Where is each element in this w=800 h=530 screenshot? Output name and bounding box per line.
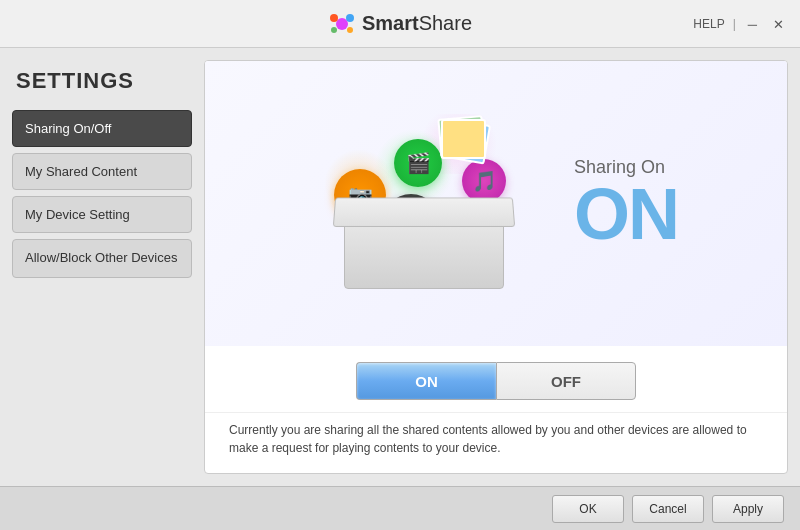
video-icon: 🎬 xyxy=(394,139,442,187)
content-panel: 📷 🎞 🎬 🎵 Sharing On ON xyxy=(204,60,788,474)
sidebar-item-sharing-onoff[interactable]: Sharing On/Off xyxy=(12,110,192,147)
sidebar-item-shared-content[interactable]: My Shared Content xyxy=(12,153,192,190)
sidebar-item-allow-block[interactable]: Allow/Block Other Devices xyxy=(12,239,192,278)
illustration: 📷 🎞 🎬 🎵 xyxy=(314,109,554,299)
sidebar-item-device-setting[interactable]: My Device Setting xyxy=(12,196,192,233)
smartshare-logo-icon xyxy=(328,10,356,38)
minimize-button[interactable]: ─ xyxy=(744,15,761,32)
svg-point-0 xyxy=(336,18,348,30)
title-bar: SmartShare HELP | ─ ✕ xyxy=(0,0,800,48)
help-link[interactable]: HELP xyxy=(693,17,724,31)
sharing-status: Sharing On ON xyxy=(574,157,678,250)
toggle-on-button[interactable]: ON xyxy=(356,362,496,400)
box-lid xyxy=(333,197,515,227)
sharing-on-text: ON xyxy=(574,178,678,250)
title-divider: | xyxy=(733,17,736,31)
svg-point-2 xyxy=(346,14,354,22)
main-content: SETTINGS Sharing On/Off My Shared Conten… xyxy=(0,48,800,486)
box-body xyxy=(344,219,504,289)
toggle-off-button[interactable]: OFF xyxy=(496,362,636,400)
svg-point-4 xyxy=(347,27,353,33)
app-title: SmartShare xyxy=(362,12,472,35)
hero-area: 📷 🎞 🎬 🎵 Sharing On ON xyxy=(205,61,787,346)
app-logo: SmartShare xyxy=(328,10,472,38)
svg-point-3 xyxy=(331,27,337,33)
close-button[interactable]: ✕ xyxy=(769,15,788,32)
sharing-description: Currently you are sharing all the shared… xyxy=(205,412,787,473)
cancel-button[interactable]: Cancel xyxy=(632,495,704,523)
settings-title: SETTINGS xyxy=(12,60,192,110)
ok-button[interactable]: OK xyxy=(552,495,624,523)
window-controls: HELP | ─ ✕ xyxy=(693,15,788,32)
apply-button[interactable]: Apply xyxy=(712,495,784,523)
bottom-bar: OK Cancel Apply xyxy=(0,486,800,530)
toggle-section: ON OFF xyxy=(205,346,787,412)
svg-point-1 xyxy=(330,14,338,22)
photo-stack xyxy=(439,117,494,167)
sidebar: SETTINGS Sharing On/Off My Shared Conten… xyxy=(12,60,192,474)
